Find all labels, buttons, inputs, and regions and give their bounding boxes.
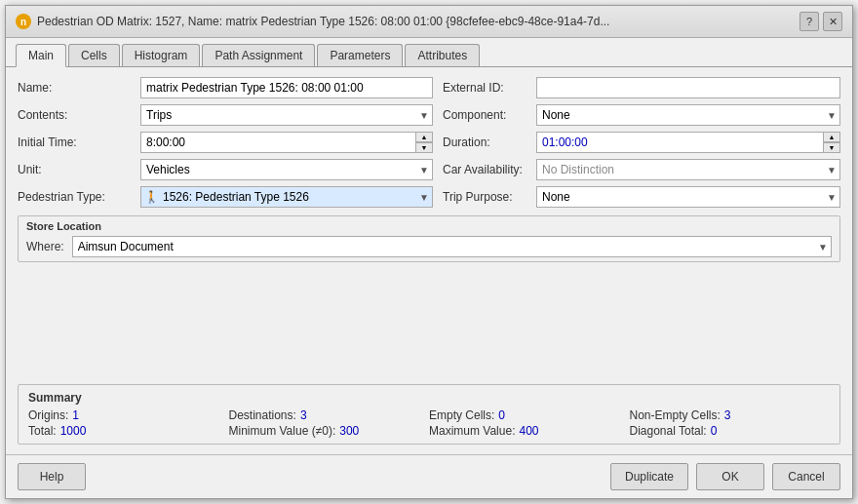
tab-bar: Main Cells Histogram Path Assignment Par… — [6, 38, 852, 67]
app-icon: n — [16, 14, 31, 29]
duplicate-button[interactable]: Duplicate — [610, 463, 688, 490]
ok-button[interactable]: OK — [696, 463, 764, 490]
pedestrian-type-select[interactable]: 1526: Pedestrian Type 1526 — [140, 186, 433, 208]
where-select[interactable]: Aimsun Document — [72, 236, 832, 257]
destinations-item: Destinations: 3 — [229, 408, 430, 422]
duration-input[interactable] — [536, 132, 840, 153]
component-select[interactable]: None — [536, 104, 840, 126]
name-label: Name: — [18, 81, 135, 95]
non-empty-cells-label: Non-Empty Cells: — [630, 408, 721, 422]
unit-select[interactable]: Vehicles — [140, 159, 433, 180]
min-value-value: 300 — [339, 424, 359, 438]
tab-main[interactable]: Main — [16, 44, 66, 67]
duration-label: Duration: — [443, 136, 530, 149]
trip-purpose-label: Trip Purpose: — [443, 190, 530, 204]
summary-section: Summary Origins: 1 Destinations: 3 Empty… — [18, 384, 840, 445]
contents-label: Contents: — [18, 108, 135, 122]
tab-histogram[interactable]: Histogram — [122, 44, 201, 66]
where-select-wrapper: Aimsun Document ▼ — [72, 236, 832, 257]
origins-item: Origins: 1 — [28, 408, 229, 422]
non-empty-cells-item: Non-Empty Cells: 3 — [630, 408, 831, 422]
tab-cells[interactable]: Cells — [68, 44, 120, 66]
diagonal-total-item: Diagonal Total: 0 — [630, 424, 831, 438]
where-row: Where: Aimsun Document ▼ — [26, 236, 832, 257]
name-input[interactable] — [140, 77, 433, 98]
max-value-value: 400 — [519, 424, 538, 438]
dialog-footer: Help Duplicate OK Cancel — [6, 454, 852, 498]
initial-time-spinner: ▲ ▼ — [415, 132, 433, 153]
tab-attributes[interactable]: Attributes — [405, 44, 480, 66]
empty-cells-label: Empty Cells: — [429, 408, 494, 422]
initial-time-up[interactable]: ▲ — [415, 132, 433, 142]
summary-title: Summary — [28, 391, 830, 405]
title-bar: n Pedestrian OD Matrix: 1527, Name: matr… — [6, 6, 852, 38]
unit-label: Unit: — [18, 163, 135, 176]
min-value-label: Minimum Value (≠0): — [229, 424, 336, 438]
external-id-label: External ID: — [443, 81, 530, 95]
total-label: Total: — [28, 424, 57, 438]
trip-purpose-select[interactable]: None — [536, 186, 840, 208]
contents-select[interactable]: Trips — [140, 104, 433, 126]
destinations-value: 3 — [300, 408, 307, 422]
total-value: 1000 — [60, 424, 87, 438]
tab-path-assignment[interactable]: Path Assignment — [202, 44, 315, 66]
pedestrian-type-label: Pedestrian Type: — [18, 190, 135, 204]
help-button[interactable]: Help — [18, 463, 86, 490]
car-availability-label: Car Availability: — [443, 163, 530, 176]
non-empty-cells-value: 3 — [724, 408, 731, 422]
title-actions: ? ✕ — [800, 12, 842, 31]
initial-time-label: Initial Time: — [18, 136, 135, 149]
dialog-window: n Pedestrian OD Matrix: 1527, Name: matr… — [5, 5, 853, 499]
car-availability-select[interactable]: No Distinction — [536, 159, 840, 180]
initial-time-input[interactable] — [140, 132, 433, 153]
diagonal-total-label: Diagonal Total: — [630, 424, 707, 438]
origins-value: 1 — [72, 408, 79, 422]
empty-cells-value: 0 — [498, 408, 505, 422]
min-value-item: Minimum Value (≠0): 300 — [229, 424, 430, 438]
duration-up[interactable]: ▲ — [823, 132, 840, 142]
external-id-input[interactable] — [536, 77, 840, 98]
max-value-item: Maximum Value: 400 — [429, 424, 630, 438]
store-location-legend: Store Location — [26, 220, 832, 232]
empty-cells-item: Empty Cells: 0 — [429, 408, 630, 422]
cancel-button[interactable]: Cancel — [772, 463, 840, 490]
max-value-label: Maximum Value: — [429, 424, 515, 438]
component-label: Component: — [443, 108, 530, 122]
diagonal-total-value: 0 — [711, 424, 718, 438]
origins-label: Origins: — [28, 408, 68, 422]
total-item: Total: 1000 — [28, 424, 229, 438]
duration-down[interactable]: ▼ — [823, 142, 840, 153]
close-button[interactable]: ✕ — [823, 12, 842, 31]
window-title: Pedestrian OD Matrix: 1527, Name: matrix… — [37, 15, 794, 28]
help-icon-button[interactable]: ? — [800, 12, 819, 31]
content-spacer — [18, 268, 840, 378]
destinations-label: Destinations: — [229, 408, 296, 422]
initial-time-down[interactable]: ▼ — [415, 142, 433, 153]
duration-spinner: ▲ ▼ — [823, 132, 840, 153]
tab-parameters[interactable]: Parameters — [317, 44, 403, 66]
main-content: Name: External ID: Contents: Trips ▼ Com… — [6, 67, 852, 454]
store-location-group: Store Location Where: Aimsun Document ▼ — [18, 215, 840, 262]
where-label: Where: — [26, 240, 64, 253]
